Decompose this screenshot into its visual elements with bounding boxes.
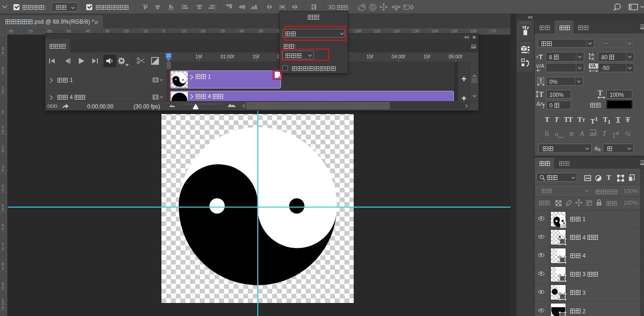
svg-text:a: a — [541, 101, 543, 105]
svg-text:V/A: V/A — [536, 63, 544, 69]
svg-text:T: T — [598, 89, 603, 97]
svg-text:VA: VA — [590, 63, 596, 69]
svg-text:A: A — [591, 57, 594, 61]
svg-text:A: A — [536, 101, 540, 107]
svg-text:T: T — [539, 90, 544, 98]
